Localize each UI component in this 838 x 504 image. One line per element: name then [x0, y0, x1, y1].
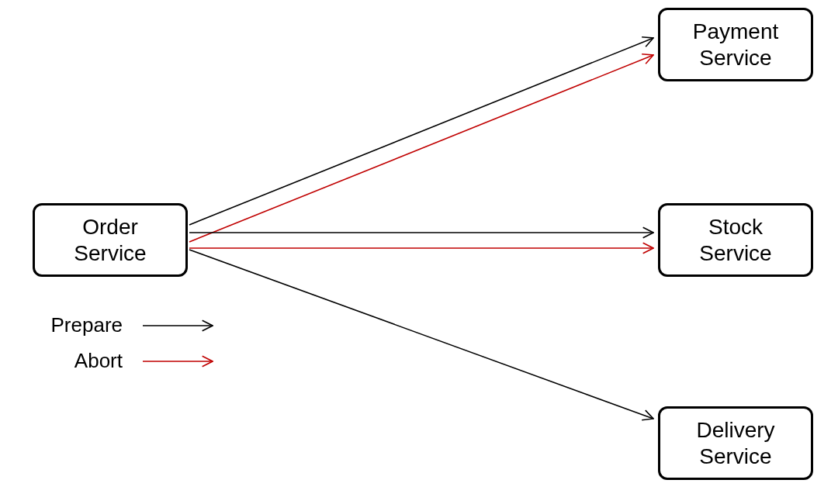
- delivery-service-label: Delivery Service: [696, 417, 774, 469]
- payment-service-node: Payment Service: [658, 8, 813, 81]
- stock-service-node: Stock Service: [658, 203, 813, 277]
- edge-order-payment-abort: [189, 55, 653, 242]
- legend-prepare-label: Prepare: [45, 313, 123, 337]
- order-service-node: Order Service: [33, 203, 188, 277]
- payment-service-label: Payment Service: [693, 19, 779, 71]
- legend-abort-label: Abort: [45, 349, 123, 373]
- delivery-service-node: Delivery Service: [658, 406, 813, 480]
- edge-order-delivery-prepare: [189, 250, 653, 419]
- edge-order-payment-prepare: [189, 38, 653, 225]
- order-service-label: Order Service: [74, 214, 146, 266]
- stock-service-label: Stock Service: [699, 214, 771, 266]
